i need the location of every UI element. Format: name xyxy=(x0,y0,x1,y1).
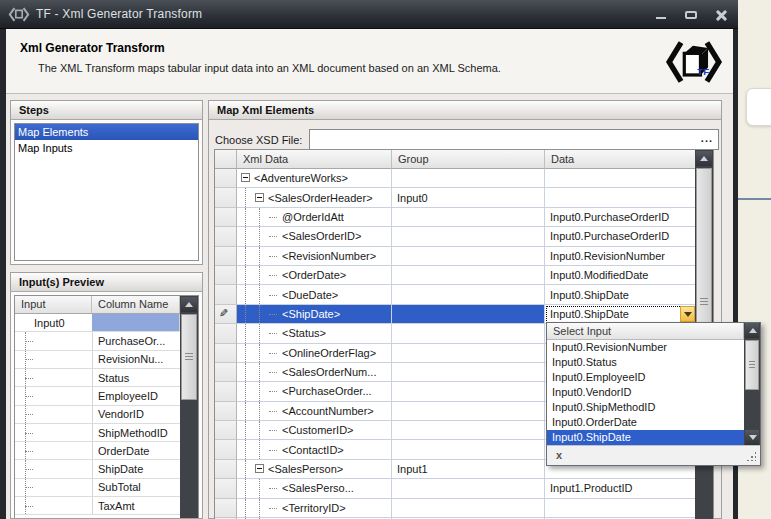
xml-data-cell[interactable]: <TerritoryID> xyxy=(237,499,392,518)
column-header-group[interactable]: Group xyxy=(392,150,545,169)
scroll-up-button[interactable] xyxy=(181,297,197,312)
data-cell[interactable]: Input1.ProductID xyxy=(545,479,697,498)
xml-data-cell[interactable]: <OnlineOrderFlag> xyxy=(237,344,392,363)
xsd-file-input[interactable] xyxy=(312,131,692,148)
xml-grid-row[interactable]: ✎ <SalesPerso... Input1.ProductID xyxy=(215,479,713,498)
row-header-cell[interactable]: ✎ xyxy=(215,324,237,343)
group-cell[interactable] xyxy=(392,169,545,188)
row-header-cell[interactable]: ✎ xyxy=(215,188,237,207)
group-cell[interactable] xyxy=(392,499,545,518)
input-column-row[interactable]: ShipMethodID xyxy=(15,424,198,442)
data-cell[interactable]: Input0.ShipDate xyxy=(545,285,697,304)
row-header-cell[interactable]: ✎ xyxy=(215,266,237,285)
scrollbar-thumb[interactable] xyxy=(745,340,759,390)
dropdown-scrollbar[interactable] xyxy=(744,323,760,445)
group-cell[interactable] xyxy=(392,266,545,285)
row-header-cell[interactable]: ✎ xyxy=(215,440,237,459)
collapse-icon[interactable] xyxy=(241,173,250,182)
data-cell[interactable]: Input0.RevisionNumber xyxy=(545,247,697,266)
group-cell[interactable] xyxy=(392,208,545,227)
scroll-up-button[interactable] xyxy=(745,323,759,338)
group-cell[interactable] xyxy=(392,479,545,498)
group-cell[interactable]: Input1 xyxy=(392,460,545,479)
close-button[interactable] xyxy=(714,8,728,22)
data-cell[interactable]: Input0.PurchaseOrderID xyxy=(545,208,697,227)
dropdown-item[interactable]: Input0.RevisionNumber xyxy=(547,340,744,355)
column-header-column-name[interactable]: Column Name xyxy=(92,296,180,313)
dropdown-item[interactable]: Input0.ShipMethodID xyxy=(547,400,744,415)
input-column-row[interactable]: VendorID xyxy=(15,406,198,424)
row-header-cell[interactable]: ✎ xyxy=(215,208,237,227)
xml-data-cell[interactable]: <AdventureWorks> xyxy=(237,169,392,188)
input-column-row[interactable]: SubTotal xyxy=(15,479,198,497)
xml-grid-row[interactable]: ✎ <TerritoryID> xyxy=(215,499,713,518)
dropdown-button[interactable] xyxy=(680,306,695,322)
selected-cell-highlight[interactable] xyxy=(92,314,180,331)
steps-list-item[interactable]: Map Elements xyxy=(15,124,198,140)
xml-grid-row[interactable]: ✎ <SalesOrderID> Input0.PurchaseOrderID xyxy=(215,227,713,246)
group-cell[interactable] xyxy=(392,440,545,459)
xml-data-cell[interactable]: <DueDate> xyxy=(237,285,392,304)
scrollbar-thumb[interactable] xyxy=(181,314,197,400)
xml-data-cell[interactable]: <Status> xyxy=(237,324,392,343)
row-header-cell[interactable]: ✎ xyxy=(215,227,237,246)
group-cell[interactable] xyxy=(392,402,545,421)
input-column-row[interactable]: ShipDate xyxy=(15,460,198,478)
row-header-cell[interactable]: ✎ xyxy=(215,169,237,188)
row-header-cell[interactable]: ✎ xyxy=(215,479,237,498)
row-header-cell[interactable]: ✎ xyxy=(215,344,237,363)
group-cell[interactable] xyxy=(392,324,545,343)
xml-data-cell[interactable]: <PurchaseOrder... xyxy=(237,382,392,401)
xml-data-cell[interactable]: <OrderDate> xyxy=(237,266,392,285)
xml-grid-row[interactable]: ✎ <RevisionNumber> Input0.RevisionNumber xyxy=(215,247,713,266)
row-header-cell[interactable]: ✎ xyxy=(215,382,237,401)
data-cell[interactable] xyxy=(545,169,697,188)
collapse-icon[interactable] xyxy=(255,193,264,202)
group-cell[interactable] xyxy=(392,382,545,401)
xml-data-cell[interactable]: <RevisionNumber> xyxy=(237,247,392,266)
group-cell[interactable] xyxy=(392,285,545,304)
input-column-row[interactable]: RevisionNu... xyxy=(15,351,198,369)
xml-grid-row[interactable]: ✎ <OrderDate> Input0.ModifiedDate xyxy=(215,266,713,285)
row-header-cell[interactable]: ✎ xyxy=(215,402,237,421)
data-cell[interactable] xyxy=(545,188,697,207)
data-cell[interactable] xyxy=(545,499,697,518)
xml-grid-row[interactable]: ✎ <DueDate> Input0.ShipDate xyxy=(215,285,713,304)
xml-data-cell[interactable]: <SalesOrderNum... xyxy=(237,363,392,382)
row-header-cell[interactable]: ✎ xyxy=(215,363,237,382)
group-cell[interactable] xyxy=(392,227,545,246)
titlebar[interactable]: TF - Xml Generator Transform xyxy=(0,0,738,29)
inputs-scrollbar[interactable] xyxy=(180,296,198,518)
dropdown-close-button[interactable]: x xyxy=(556,449,562,461)
minimize-button[interactable] xyxy=(654,8,668,22)
xml-grid-row[interactable]: ✎ <AdventureWorks> xyxy=(215,169,713,188)
resize-grip-icon[interactable] xyxy=(746,451,756,461)
row-header-cell[interactable]: ✎ xyxy=(215,460,237,479)
row-header-cell[interactable]: ✎ xyxy=(215,499,237,518)
input-root-row[interactable]: Input0 xyxy=(15,314,198,332)
input-column-row[interactable]: EmployeeID xyxy=(15,387,198,405)
scroll-down-button[interactable] xyxy=(745,430,759,445)
data-cell[interactable]: Input0.ModifiedDate xyxy=(545,266,697,285)
steps-list-item[interactable]: Map Inputs xyxy=(15,140,198,156)
dropdown-item[interactable]: Input0.EmployeeID xyxy=(547,370,744,385)
xml-data-cell[interactable]: <AccountNumber> xyxy=(237,402,392,421)
group-cell[interactable] xyxy=(392,421,545,440)
row-header-cell[interactable]: ✎ xyxy=(215,305,237,324)
row-header-cell[interactable]: ✎ xyxy=(215,247,237,266)
group-cell[interactable] xyxy=(392,344,545,363)
group-cell[interactable] xyxy=(392,363,545,382)
dropdown-item[interactable]: Input0.Status xyxy=(547,355,744,370)
scroll-up-button[interactable] xyxy=(696,151,712,166)
dropdown-item[interactable]: Input0.VendorID xyxy=(547,385,744,400)
group-cell[interactable] xyxy=(392,305,545,324)
dropdown-item[interactable]: Input0.OrderDate xyxy=(547,415,744,430)
group-cell[interactable] xyxy=(392,247,545,266)
xml-data-cell[interactable]: @OrderIdAtt xyxy=(237,208,392,227)
column-header-xml-data[interactable]: Xml Data xyxy=(237,150,392,169)
xml-data-cell[interactable]: <SalesOrderHeader> xyxy=(237,188,392,207)
input-column-row[interactable]: Status xyxy=(15,369,198,387)
browse-button[interactable]: ... xyxy=(701,132,713,144)
xml-data-cell[interactable]: <ContactID> xyxy=(237,440,392,459)
column-header-input[interactable]: Input xyxy=(15,296,92,313)
